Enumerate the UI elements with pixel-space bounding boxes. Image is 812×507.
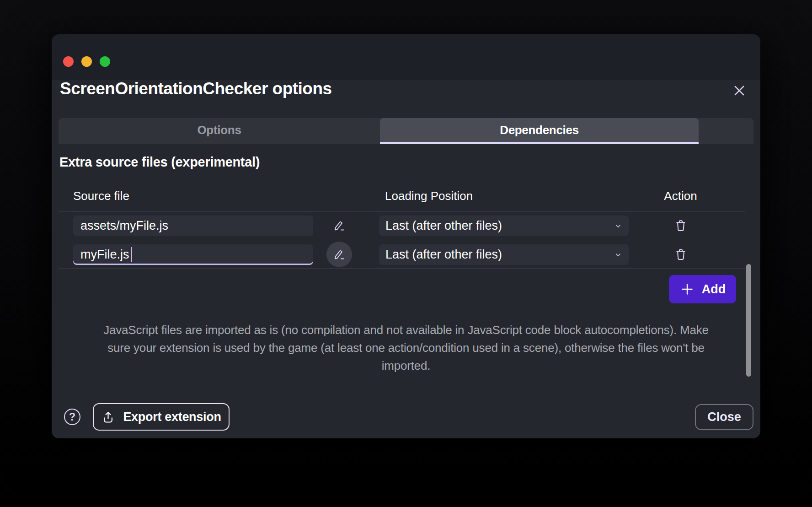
table-row: myFile.js Last (after other files): [59, 240, 745, 269]
add-source-file-button[interactable]: Add: [669, 275, 736, 303]
upload-icon: [101, 410, 115, 424]
close-dialog-button[interactable]: [730, 81, 749, 100]
tab-dependencies-label: Dependencies: [500, 123, 579, 137]
traffic-lights: [63, 56, 110, 67]
close-button[interactable]: Close: [695, 404, 753, 430]
plus-icon: [679, 281, 695, 297]
source-file-value: myFile.js: [80, 248, 129, 262]
source-files-table: Source file Loading Position Action asse…: [59, 181, 745, 269]
explanation-note: JavaScript files are imported as is (no …: [59, 321, 753, 375]
dialog-title: ScreenOrientationChecker options: [60, 79, 332, 98]
tab-options[interactable]: Options: [59, 118, 380, 142]
note-line: sure your extension is used by the game …: [59, 339, 753, 357]
chevron-down-icon: [613, 250, 623, 260]
export-button-label: Export extension: [123, 410, 221, 424]
source-file-input[interactable]: assets/myFile.js: [73, 216, 313, 236]
source-file-value: assets/myFile.js: [80, 219, 168, 233]
column-header-source-file: Source file: [59, 189, 313, 203]
pencil-edit-icon: [332, 248, 346, 261]
loading-position-value: Last (after other files): [385, 219, 502, 233]
close-icon: [732, 83, 747, 98]
vertical-scrollbar-thumb[interactable]: [746, 264, 751, 377]
delete-row-button[interactable]: [668, 242, 694, 267]
minimize-window-light[interactable]: [81, 56, 92, 67]
titlebar: [52, 34, 760, 80]
note-line: imported.: [59, 357, 753, 375]
active-tab-indicator: [380, 142, 699, 144]
add-button-label: Add: [702, 282, 726, 297]
pencil-edit-icon: [332, 219, 346, 232]
table-row: assets/myFile.js Last (after other files…: [59, 211, 745, 240]
table-header-row: Source file Loading Position Action: [59, 181, 745, 211]
source-file-input[interactable]: myFile.js: [73, 244, 313, 265]
delete-row-button[interactable]: [668, 213, 694, 238]
section-heading: Extra source files (experimental): [59, 155, 260, 170]
loading-position-value: Last (after other files): [385, 248, 502, 262]
tab-bar: Options Dependencies: [59, 118, 753, 144]
note-line: JavaScript files are imported as is (no …: [59, 321, 753, 339]
trash-icon: [673, 247, 688, 262]
close-button-label: Close: [707, 410, 741, 424]
dialog-window: ScreenOrientationChecker options Options…: [52, 34, 760, 438]
tab-options-label: Options: [197, 123, 241, 137]
tab-dependencies[interactable]: Dependencies: [380, 118, 699, 142]
column-header-action: Action: [629, 189, 745, 203]
text-cursor: [131, 247, 132, 262]
edit-source-file-button[interactable]: [326, 242, 352, 267]
question-mark-icon: ?: [69, 411, 75, 423]
edit-source-file-button[interactable]: [326, 213, 352, 238]
zoom-window-light[interactable]: [100, 56, 110, 67]
loading-position-select[interactable]: Last (after other files): [379, 216, 629, 236]
loading-position-select[interactable]: Last (after other files): [379, 244, 629, 265]
trash-icon: [673, 218, 688, 233]
help-button[interactable]: ?: [64, 409, 80, 425]
column-header-loading-position: Loading Position: [379, 189, 473, 203]
chevron-down-icon: [613, 221, 623, 231]
export-extension-button[interactable]: Export extension: [93, 403, 230, 431]
close-window-light[interactable]: [63, 56, 74, 67]
